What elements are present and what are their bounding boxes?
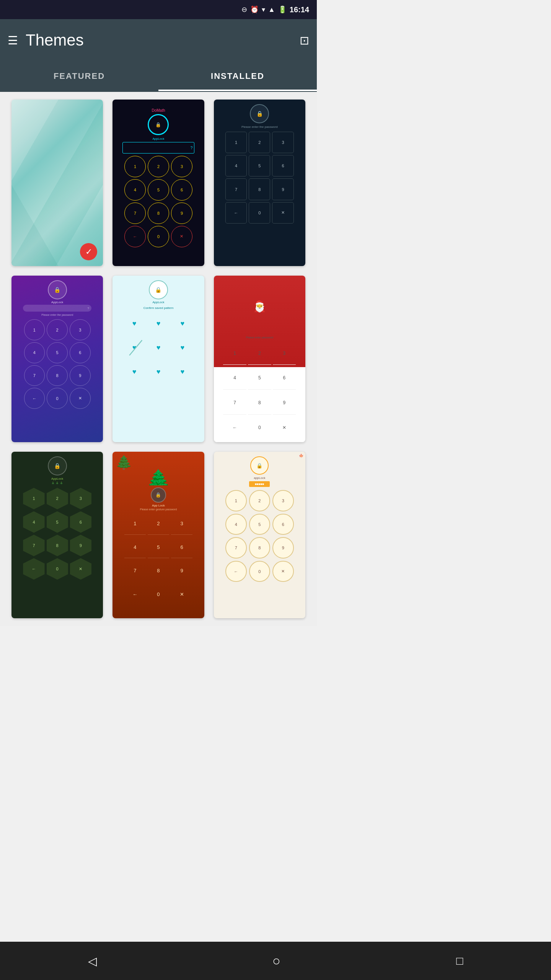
- tab-installed[interactable]: INSTALLED: [158, 61, 317, 91]
- key-back[interactable]: ←: [124, 226, 146, 247]
- key-6[interactable]: 6: [70, 511, 91, 533]
- key-close[interactable]: ✕: [171, 226, 192, 247]
- key-4[interactable]: 4: [225, 155, 247, 176]
- key-0[interactable]: 0: [47, 558, 68, 580]
- key-8[interactable]: 8: [249, 178, 270, 200]
- key-close[interactable]: ✕: [70, 388, 91, 409]
- key-1[interactable]: 1: [124, 513, 146, 534]
- key-5[interactable]: 5: [47, 342, 68, 363]
- heart-key-5[interactable]: ♥: [148, 338, 169, 358]
- theme-card-7[interactable]: 🔒 AppLock 🎄 🎄 🎄 1 2 3 4 5 6 7 8 9 ← 0 ✕: [11, 452, 103, 618]
- heart-key-7[interactable]: ♥: [124, 362, 145, 382]
- key-3[interactable]: 3: [171, 513, 192, 534]
- theme-card-5[interactable]: 🔒 AppLock Confirm saved pattern ♥ ♥ ♥ ♥ …: [112, 276, 204, 442]
- key-4[interactable]: 4: [124, 537, 146, 558]
- key-3[interactable]: 3: [171, 156, 192, 177]
- theme-card-9[interactable]: 🍁 🔒 appLock ■■■■■ 1 2 3 4 5 6 7 8 9 ← 0 …: [214, 452, 305, 618]
- key-5[interactable]: 5: [148, 179, 169, 201]
- key-back[interactable]: ←: [225, 561, 247, 582]
- key-0[interactable]: 0: [47, 388, 68, 409]
- theme-card-2[interactable]: DoMath 🔒 AppLock ? 1 2 3 4 5 6 7 8 9 ← 0…: [112, 100, 204, 266]
- key-0[interactable]: 0: [249, 561, 271, 582]
- key-0[interactable]: 0: [249, 202, 270, 224]
- theme-card-1[interactable]: ✓: [11, 100, 103, 266]
- key-4[interactable]: 4: [24, 342, 45, 363]
- key-1[interactable]: 1: [24, 319, 45, 340]
- key-2[interactable]: 2: [47, 488, 68, 509]
- key-4[interactable]: 4: [124, 179, 146, 201]
- key-1[interactable]: 1: [124, 156, 146, 177]
- key-0[interactable]: 0: [148, 226, 169, 247]
- menu-icon[interactable]: ☰: [8, 34, 18, 47]
- theme-card-8[interactable]: 🌲 🌲 🔒 App Lock Please enter gesture pass…: [112, 452, 204, 618]
- key-close[interactable]: ✕: [272, 202, 293, 224]
- theme-card-4[interactable]: 🔒 AppLock ? Please enter the password 1 …: [11, 276, 103, 442]
- key-5[interactable]: 5: [148, 537, 169, 558]
- key-1[interactable]: 1: [223, 342, 246, 365]
- key-8[interactable]: 8: [47, 535, 68, 556]
- key-1[interactable]: 1: [225, 490, 247, 511]
- key-9[interactable]: 9: [272, 537, 294, 559]
- key-9[interactable]: 9: [70, 535, 91, 556]
- key-3[interactable]: 3: [272, 132, 293, 153]
- key-7[interactable]: 7: [124, 560, 146, 581]
- key-6[interactable]: 6: [70, 342, 91, 363]
- key-8[interactable]: 8: [248, 391, 271, 415]
- key-9[interactable]: 9: [70, 365, 91, 386]
- heart-key-2[interactable]: ♥: [148, 314, 169, 334]
- key-7[interactable]: 7: [23, 535, 44, 556]
- key-7[interactable]: 7: [225, 537, 247, 559]
- key-5[interactable]: 5: [249, 155, 270, 176]
- theme-card-3[interactable]: 🔒 Please enter the password 1 2 3 4 5 6 …: [214, 100, 305, 266]
- key-5[interactable]: 5: [248, 366, 271, 390]
- heart-key-1[interactable]: ♥: [124, 314, 145, 334]
- key-back[interactable]: ←: [225, 202, 247, 224]
- key-0[interactable]: 0: [148, 583, 169, 605]
- key-1[interactable]: 1: [23, 488, 44, 509]
- key-close[interactable]: ✕: [273, 416, 296, 439]
- key-back[interactable]: ←: [124, 583, 146, 605]
- key-2[interactable]: 2: [249, 490, 271, 511]
- key-back[interactable]: ←: [24, 388, 45, 409]
- key-5[interactable]: 5: [249, 514, 271, 535]
- key-3[interactable]: 3: [70, 319, 91, 340]
- home-button[interactable]: ○: [272, 953, 280, 969]
- key-4[interactable]: 4: [225, 514, 247, 535]
- key-9[interactable]: 9: [171, 203, 192, 224]
- key-7[interactable]: 7: [225, 178, 247, 200]
- key-9[interactable]: 9: [273, 391, 296, 415]
- key-back[interactable]: ←: [223, 416, 246, 439]
- heart-key-4[interactable]: ♥: [124, 338, 145, 358]
- key-0[interactable]: 0: [248, 416, 271, 439]
- key-6[interactable]: 6: [171, 537, 192, 558]
- key-2[interactable]: 2: [47, 319, 68, 340]
- key-close[interactable]: ✕: [171, 583, 192, 605]
- key-back[interactable]: ←: [23, 558, 44, 580]
- key-8[interactable]: 8: [148, 203, 169, 224]
- key-2[interactable]: 2: [148, 513, 169, 534]
- key-3[interactable]: 3: [273, 342, 296, 365]
- heart-key-8[interactable]: ♥: [148, 362, 169, 382]
- crop-icon[interactable]: ⊡: [300, 34, 309, 47]
- key-7[interactable]: 7: [223, 391, 246, 415]
- key-1[interactable]: 1: [225, 132, 247, 153]
- key-3[interactable]: 3: [272, 490, 294, 511]
- key-6[interactable]: 6: [272, 155, 293, 176]
- key-6[interactable]: 6: [273, 366, 296, 390]
- key-close[interactable]: ✕: [272, 561, 294, 582]
- key-close[interactable]: ✕: [70, 558, 91, 580]
- key-2[interactable]: 2: [248, 342, 271, 365]
- key-6[interactable]: 6: [272, 514, 294, 535]
- key-8[interactable]: 8: [148, 560, 169, 581]
- key-7[interactable]: 7: [24, 365, 45, 386]
- key-2[interactable]: 2: [148, 156, 169, 177]
- heart-key-6[interactable]: ♥: [172, 338, 192, 358]
- back-button[interactable]: ◁: [88, 954, 97, 968]
- key-6[interactable]: 6: [171, 179, 192, 201]
- tab-featured[interactable]: FEATURED: [0, 61, 158, 91]
- key-5[interactable]: 5: [47, 511, 68, 533]
- key-8[interactable]: 8: [47, 365, 68, 386]
- key-4[interactable]: 4: [223, 366, 246, 390]
- theme-card-6[interactable]: 🎅 Please enter password 1 2 3 4 5 6 7 8 …: [214, 276, 305, 442]
- key-8[interactable]: 8: [249, 537, 271, 559]
